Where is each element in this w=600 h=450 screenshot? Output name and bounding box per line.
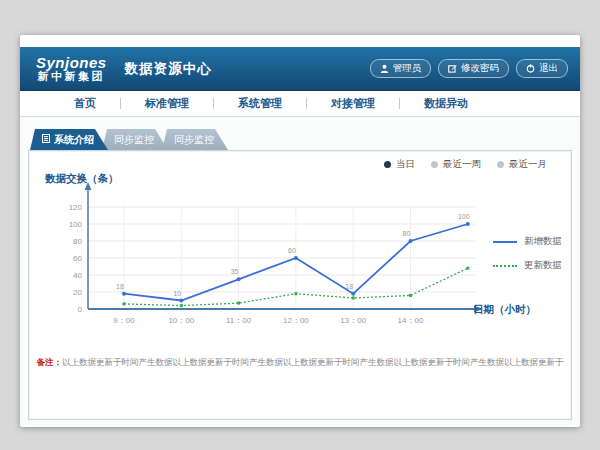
main-nav: 首页 标准管理 系统管理 对接管理 数据异动 — [20, 91, 580, 117]
logo-text-cn: 新中新集团 — [36, 71, 107, 83]
change-password-button[interactable]: 修改密码 — [438, 59, 509, 78]
nav-item-integration[interactable]: 对接管理 — [307, 96, 399, 111]
svg-text:0: 0 — [78, 305, 83, 314]
time-range-selector: 当日 最近一周 最近一月 — [384, 158, 547, 171]
current-user-button[interactable]: 管理员 — [370, 59, 432, 78]
svg-text:80: 80 — [403, 230, 411, 237]
x-axis-title: 日期（小时） — [473, 303, 536, 317]
legend-label: 新增数据 — [524, 235, 562, 248]
tab-bar: 系统介绍 同步监控 同步监控 — [30, 129, 580, 150]
footnote-prefix: 备注： — [37, 357, 63, 367]
legend-item-updated-data[interactable]: 更新数据 — [493, 259, 562, 272]
nav-item-system[interactable]: 系统管理 — [214, 96, 306, 111]
line-chart: 0204060801001209：0010：0011：0012：0013：001… — [59, 171, 499, 331]
range-option-today[interactable]: 当日 — [384, 158, 415, 171]
tab-system-intro[interactable]: 系统介绍 — [30, 129, 108, 150]
radio-dot-icon — [431, 161, 438, 168]
radio-dot-icon — [384, 161, 391, 168]
range-option-last-week[interactable]: 最近一周 — [431, 158, 481, 171]
footnote: 备注：以上数据更新于时间产生数据以上数据更新于时间产生数据以上数据更新于时间产生… — [29, 357, 571, 369]
change-password-label: 修改密码 — [461, 62, 499, 75]
dotted-line-swatch-icon — [493, 265, 517, 267]
legend-label: 更新数据 — [524, 259, 562, 272]
user-toolbar: 管理员 修改密码 退出 — [370, 59, 569, 78]
svg-text:10：00: 10：00 — [168, 316, 194, 325]
range-option-label: 最近一周 — [443, 158, 481, 171]
svg-text:20: 20 — [73, 288, 82, 297]
svg-text:11：00: 11：00 — [226, 316, 252, 325]
tab-label: 系统介绍 — [54, 133, 94, 147]
svg-text:10: 10 — [173, 290, 181, 297]
series-legend: 新增数据 更新数据 — [493, 235, 562, 283]
page-title: 数据资源中心 — [125, 60, 212, 78]
user-name-label: 管理员 — [393, 62, 422, 75]
tab-sync-monitor-1[interactable]: 同步监控 — [102, 129, 168, 150]
content-area: 系统介绍 同步监控 同步监控 当日 最近一周 — [20, 117, 580, 427]
svg-text:18: 18 — [345, 283, 353, 290]
footnote-text: 以上数据更新于时间产生数据以上数据更新于时间产生数据以上数据更新于时间产生数据以… — [62, 357, 564, 367]
range-option-label: 最近一月 — [509, 158, 547, 171]
solid-line-swatch-icon — [493, 241, 517, 243]
svg-text:14：00: 14：00 — [398, 316, 424, 325]
tab-label: 同步监控 — [174, 133, 214, 147]
svg-text:120: 120 — [69, 203, 83, 212]
svg-text:100: 100 — [458, 213, 470, 220]
app-header: Synjones 新中新集团 数据资源中心 管理员 修改密码 退出 — [20, 47, 580, 91]
svg-text:18: 18 — [116, 283, 124, 290]
svg-text:40: 40 — [73, 271, 82, 280]
logout-label: 退出 — [539, 62, 558, 75]
chart-panel: 当日 最近一周 最近一月 数据交换（条） 0204060801001209：00… — [28, 150, 572, 420]
logout-button[interactable]: 退出 — [516, 59, 568, 78]
user-icon — [380, 64, 389, 73]
svg-text:9：00: 9：00 — [113, 316, 135, 325]
legend-item-new-data[interactable]: 新增数据 — [493, 235, 562, 248]
logo-text-en: Synjones — [36, 55, 107, 71]
nav-item-data-changes[interactable]: 数据异动 — [400, 96, 492, 111]
window-top-strip — [20, 35, 580, 47]
svg-text:13：00: 13：00 — [340, 316, 366, 325]
range-option-last-month[interactable]: 最近一月 — [497, 158, 547, 171]
radio-dot-icon — [497, 161, 504, 168]
svg-text:60: 60 — [73, 254, 82, 263]
power-icon — [526, 64, 535, 73]
tab-label: 同步监控 — [114, 133, 154, 147]
svg-text:35: 35 — [231, 268, 239, 275]
range-option-label: 当日 — [396, 158, 415, 171]
document-icon — [42, 134, 50, 145]
app-window: Synjones 新中新集团 数据资源中心 管理员 修改密码 退出 — [20, 35, 580, 427]
svg-text:100: 100 — [69, 220, 83, 229]
nav-item-home[interactable]: 首页 — [50, 96, 120, 111]
tab-sync-monitor-2[interactable]: 同步监控 — [162, 129, 228, 150]
nav-item-standards[interactable]: 标准管理 — [121, 96, 213, 111]
line-chart-svg: 0204060801001209：0010：0011：0012：0013：001… — [59, 171, 499, 331]
company-logo: Synjones 新中新集团 — [36, 55, 107, 82]
svg-text:12：00: 12：00 — [283, 316, 309, 325]
edit-icon — [448, 64, 457, 73]
svg-text:80: 80 — [73, 237, 82, 246]
svg-text:60: 60 — [288, 247, 296, 254]
